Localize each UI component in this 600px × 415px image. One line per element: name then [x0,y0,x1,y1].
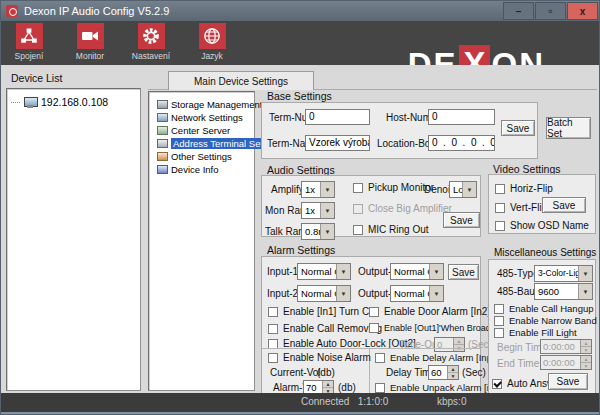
alarm-separator [262,348,480,349]
enable-narrow-band-checkbox[interactable]: Enable Narrow Band [494,315,597,326]
computer-icon [24,97,37,108]
title-bar: Dexon IP Audio Config V5.2.9 [1,1,599,21]
info-icon [157,165,168,174]
end-time-spinner: 0:00:00 [540,355,592,370]
chevron-down-icon[interactable] [462,182,476,197]
monitor-button-label: Monitor [76,51,104,61]
amplify-dropdown[interactable]: 1x [301,181,335,198]
delay-time-spinner[interactable]: 60 [428,365,459,380]
mon-range-dropdown[interactable]: 1x [301,202,335,219]
mic-ring-out-checkbox[interactable]: MIC Ring Out [353,224,429,235]
enable-call-hangup-checkbox[interactable]: Enable Call Hangup [494,303,594,314]
enable-in1-turn-call-checkbox[interactable]: Enable [In1] Turn Call [268,306,379,317]
chevron-down-icon[interactable] [578,266,592,281]
video-save-button[interactable]: Save [542,197,586,213]
close-big-amplifier-checkbox: Close Big Amplifier [353,203,452,214]
chevron-down-icon[interactable] [336,286,350,301]
denoise-dropdown[interactable]: Low [449,181,477,198]
time-out-spinner: 0 [434,337,465,352]
show-osd-name-checkbox[interactable]: Show OSD Name [495,220,589,231]
chevron-down-icon[interactable] [429,286,443,301]
nav-item-other-settings[interactable]: Other Settings [157,150,232,163]
talk-range-dropdown[interactable]: 0.8m [301,223,335,240]
485-baud-dropdown[interactable]: 9600 [534,283,593,300]
status-bar: Connected 1:1:0:0 kbps:0 [1,393,599,412]
alarm-settings-title: Alarm Settings [267,244,335,256]
terminal-icon [157,139,168,148]
close-button[interactable] [567,2,598,20]
output2-dropdown[interactable]: Normal Close [390,285,444,302]
client-area: Device List 192.168.0.108 Main Device Se… [1,65,599,393]
enable-out1-when-broadcast-checkbox[interactable]: Enable [Out1]'When Broadcast [369,323,507,333]
tab-main-device-settings[interactable]: Main Device Settings [168,71,314,90]
enable-noise-alarm-checkbox[interactable]: Enable Noise Alarm [268,352,371,363]
language-button[interactable]: Jazyk [190,23,234,61]
device-list-title: Device List [11,72,62,84]
pickup-monitor-checkbox[interactable]: Pickup Monitor [353,182,434,193]
base-settings-title: Base Settings [267,90,332,102]
connect-button[interactable]: Spojení [7,23,51,61]
device-list[interactable]: 192.168.0.108 [6,88,141,391]
term-name-field[interactable]: Vzorek výroba PoE + a [305,135,370,151]
chevron-down-icon[interactable] [578,284,592,299]
nav-item-network-settings[interactable]: Network Settings [157,111,243,124]
current-vol-label: Current-Vol [270,367,321,378]
input2-dropdown[interactable]: Normal Open [297,285,351,302]
host-num-field[interactable]: 0 [428,109,495,125]
storage-icon [157,100,168,109]
toolbar: Spojení Monitor Nastavení [1,21,599,65]
chevron-down-icon[interactable] [320,224,334,239]
window-title: Dexon IP Audio Config V5.2.9 [24,5,169,17]
monitor-button[interactable]: Monitor [68,23,112,61]
enable-call-removing-checkbox[interactable]: Enable Call Removing [268,323,382,334]
settings-nav-tree[interactable]: Storage Management Network Settings Cent… [148,91,255,391]
horiz-flip-checkbox[interactable]: Horiz-Flip [495,183,553,194]
chevron-down-icon[interactable] [320,182,334,197]
current-vol-unit: (db) [317,367,335,378]
location-box-ip-field[interactable]: 0 . 0 . 0 . 0 [428,135,495,151]
kbps-status: kbps:0 [437,396,466,407]
app-window: Dexon IP Audio Config V5.2.9 Spojení [0,0,600,415]
chevron-down-icon[interactable] [320,203,334,218]
enable-door-alarm-checkbox[interactable]: Enable Door Alarm [In2] [369,306,490,317]
485-type-label: 485-Type [497,268,539,279]
batch-set-button[interactable]: Batch Set [546,117,591,139]
misc-save-button[interactable]: Save [548,373,588,390]
globe-icon [202,26,222,46]
begin-time-spinner: 0:00:00 [540,339,592,354]
chevron-down-icon[interactable] [429,264,443,279]
delay-time-unit: (Sec) [462,367,486,378]
amplify-label: Amplify [271,184,304,195]
485-type-dropdown[interactable]: 3-Color-Light [534,265,593,282]
alarm-vol-unit: (db) [338,382,356,393]
device-list-item[interactable]: 192.168.0.108 [11,96,108,108]
camera-icon [80,26,100,46]
chevron-down-icon[interactable] [336,264,350,279]
end-time-label: End Time [497,358,539,369]
output1-dropdown[interactable]: Normal Close [390,263,444,280]
gear-icon [141,26,161,46]
nav-item-center-server[interactable]: Center Server [157,124,230,137]
network-settings-icon [157,113,168,122]
base-save-button[interactable]: Save [501,120,535,136]
input2-label: Input-2 [267,288,298,299]
nav-item-storage-management[interactable]: Storage Management [157,98,262,111]
minimize-button[interactable] [503,2,534,20]
maximize-button[interactable] [535,2,566,20]
base-settings-group [261,102,538,159]
input1-dropdown[interactable]: Normal Open [297,263,351,280]
misc-settings-title: Miscellaneous Settings [494,247,596,258]
nav-item-device-info[interactable]: Device Info [157,163,219,176]
alarm-save-button[interactable]: Save [448,264,479,280]
term-num-field[interactable]: 0 [305,109,370,125]
input1-label: Input-1 [267,266,298,277]
settings-button-label: Nastavení [132,51,170,61]
host-num-label: Host-Num [386,112,431,123]
network-icon [19,26,39,46]
other-settings-icon [157,152,168,161]
settings-button[interactable]: Nastavení [129,23,173,61]
audio-save-button[interactable]: Save [443,212,480,228]
vert-flip-checkbox[interactable]: Vert-Flip [495,202,547,213]
language-button-label: Jazyk [201,51,223,61]
enable-fill-light-checkbox[interactable]: Enable Fill Light [494,327,577,338]
